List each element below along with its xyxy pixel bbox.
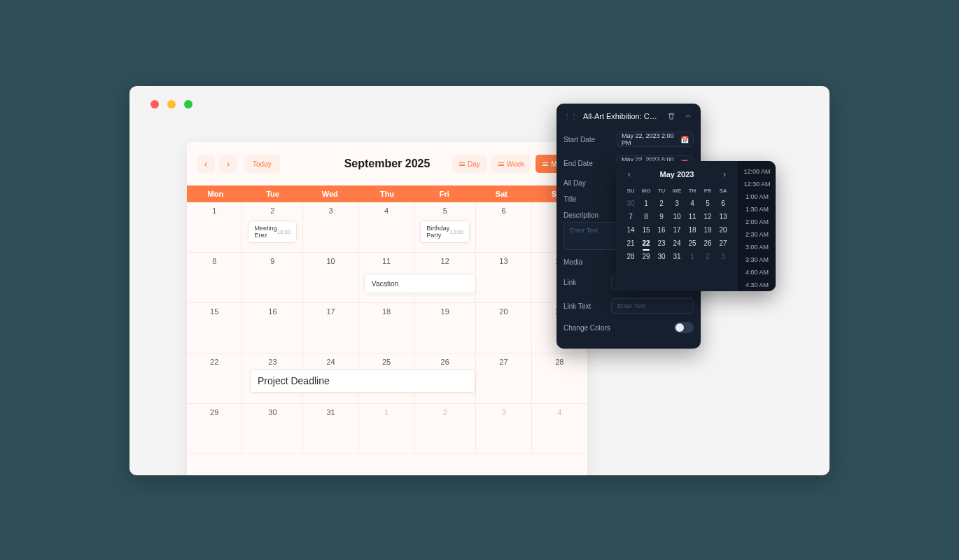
day-cell[interactable]: 2Meeting Erez13:00 <box>242 202 303 253</box>
dow-cell: Fri <box>416 186 473 202</box>
time-option[interactable]: 2:30 AM <box>738 228 776 241</box>
view-day-button[interactable]: Day <box>452 155 487 173</box>
mini-day-cell[interactable]: 3 <box>669 197 685 210</box>
day-cell[interactable]: 18 <box>359 303 414 354</box>
mini-day-cell[interactable]: 20 <box>715 223 731 237</box>
mini-day-cell[interactable]: 10 <box>669 210 685 223</box>
collapse-icon[interactable] <box>682 111 694 122</box>
next-month-button[interactable]: › <box>219 155 237 173</box>
mini-day-cell[interactable]: 27 <box>715 237 731 250</box>
day-cell[interactable]: 28 <box>532 354 587 404</box>
drag-handle-icon[interactable]: ⋮⋮ <box>564 113 578 120</box>
time-option[interactable]: 1:30 AM <box>738 203 776 216</box>
day-cell[interactable]: 1 <box>187 202 242 253</box>
mini-day-cell[interactable]: 24 <box>669 237 685 250</box>
day-number: 4 <box>365 206 408 215</box>
time-option[interactable]: 1:00 AM <box>738 190 776 203</box>
mini-day-cell[interactable]: 7 <box>623 210 638 223</box>
mini-day-cell[interactable]: 22 <box>638 237 654 250</box>
mini-day-cell[interactable]: 1 <box>638 197 654 210</box>
traffic-lights <box>150 100 192 108</box>
mini-day-cell[interactable]: 17 <box>669 223 685 237</box>
mini-day-cell[interactable]: 9 <box>654 210 669 223</box>
event-birthday[interactable]: Birthday Party13:00 <box>420 220 470 243</box>
day-cell[interactable]: 15 <box>187 303 242 354</box>
mini-day-cell[interactable]: 6 <box>715 197 731 210</box>
mini-day-cell[interactable]: 19 <box>700 223 715 237</box>
day-cell[interactable]: 16 <box>242 303 303 354</box>
mini-day-cell[interactable]: 31 <box>669 250 685 263</box>
day-cell[interactable]: 1 <box>359 404 414 454</box>
time-option[interactable]: 4:30 AM <box>738 279 776 291</box>
time-option[interactable]: 12:00 AM <box>738 165 776 178</box>
mini-day-cell[interactable]: 15 <box>638 223 654 237</box>
time-option[interactable]: 4:00 AM <box>738 266 776 279</box>
mini-day-cell[interactable]: 3 <box>715 250 731 263</box>
mini-dow-cell: SU <box>623 186 638 197</box>
time-option[interactable]: 3:00 AM <box>738 241 776 253</box>
day-cell[interactable]: 20 <box>476 303 531 354</box>
today-button[interactable]: Today <box>244 155 280 173</box>
event-project-deadline[interactable]: Project Deadline <box>250 369 475 393</box>
time-list[interactable]: 12:00 AM12:30 AM1:00 AM1:30 AM2:00 AM2:3… <box>738 161 776 291</box>
view-week-button[interactable]: Week <box>491 155 531 173</box>
day-cell[interactable]: 8 <box>187 253 242 303</box>
day-cell[interactable]: 31 <box>303 404 358 454</box>
mini-day-cell[interactable]: 26 <box>700 237 715 250</box>
event-vacation[interactable]: Vacation <box>364 274 476 293</box>
mini-day-cell[interactable]: 16 <box>654 223 669 237</box>
mini-day-cell[interactable]: 4 <box>685 197 700 210</box>
mini-day-cell[interactable]: 29 <box>638 250 654 263</box>
traffic-yellow[interactable] <box>167 100 176 108</box>
day-cell[interactable]: 4 <box>532 404 587 454</box>
mini-day-cell[interactable]: 14 <box>623 223 638 237</box>
mini-day-cell[interactable]: 2 <box>654 197 669 210</box>
link-text-input[interactable] <box>611 298 694 314</box>
mini-day-cell[interactable]: 12 <box>700 210 715 223</box>
traffic-green[interactable] <box>184 100 192 108</box>
mini-day-cell[interactable]: 23 <box>654 237 669 250</box>
label-link-text: Link Text <box>564 302 606 310</box>
mini-day-cell[interactable]: 11 <box>685 210 700 223</box>
day-cell[interactable]: 6 <box>476 202 531 253</box>
mini-day-cell[interactable]: 30 <box>623 197 638 210</box>
day-cell[interactable]: 5Birthday Party13:00 <box>414 202 476 253</box>
mini-day-cell[interactable]: 1 <box>685 250 700 263</box>
mini-day-cell[interactable]: 28 <box>623 250 638 263</box>
day-cell[interactable]: 3 <box>476 404 531 454</box>
day-cell[interactable]: 17 <box>303 303 358 354</box>
day-cell[interactable]: 9 <box>242 253 303 303</box>
day-cell[interactable]: 2 <box>414 404 476 454</box>
calendar: ‹ › Today September 2025 Day Week Month … <box>187 142 587 475</box>
row-link-text: Link Text <box>556 294 701 318</box>
start-date-field[interactable]: May 22, 2023 2:00 PM 📅 <box>617 132 694 147</box>
mini-day-cell[interactable]: 18 <box>685 223 700 237</box>
mini-day-cell[interactable]: 8 <box>638 210 654 223</box>
day-cell[interactable]: 27 <box>476 354 531 404</box>
change-colors-toggle[interactable] <box>674 322 694 333</box>
day-cell[interactable]: 4 <box>359 202 414 253</box>
mini-day-cell[interactable]: 30 <box>654 250 669 263</box>
mini-day-cell[interactable]: 13 <box>715 210 731 223</box>
mini-next-button[interactable]: › <box>718 168 731 181</box>
day-cell[interactable]: 29 <box>187 404 242 454</box>
day-cell[interactable]: 30 <box>242 404 303 454</box>
mini-prev-button[interactable]: ‹ <box>623 168 636 181</box>
day-cell[interactable]: 19 <box>414 303 476 354</box>
time-option[interactable]: 3:30 AM <box>738 253 776 266</box>
mini-day-cell[interactable]: 5 <box>700 197 715 210</box>
traffic-red[interactable] <box>150 100 159 108</box>
day-cell[interactable]: 3 <box>303 202 358 253</box>
delete-icon[interactable] <box>666 111 677 122</box>
time-option[interactable]: 2:00 AM <box>738 216 776 228</box>
mini-day-cell[interactable]: 25 <box>685 237 700 250</box>
time-option[interactable]: 12:30 AM <box>738 178 776 190</box>
mini-day-cell[interactable]: 21 <box>623 237 638 250</box>
event-meeting[interactable]: Meeting Erez13:00 <box>248 220 297 243</box>
prev-month-button[interactable]: ‹ <box>197 155 215 173</box>
day-cell[interactable]: 10 <box>303 253 358 303</box>
mini-day-cell[interactable]: 2 <box>700 250 715 263</box>
day-cell[interactable]: 22 <box>187 354 242 404</box>
day-cell[interactable]: 13 <box>476 253 531 303</box>
day-number: 2 <box>420 408 470 416</box>
